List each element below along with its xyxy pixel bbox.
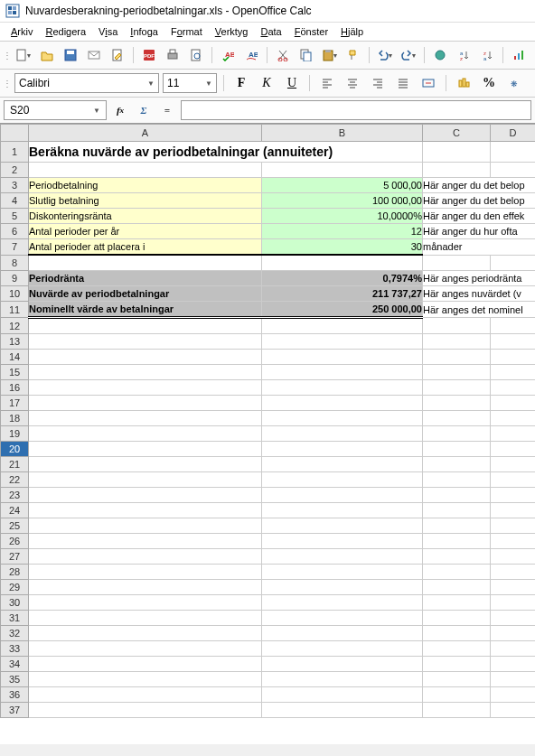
cell[interactable] [491, 472, 536, 488]
underline-button[interactable]: U [281, 72, 303, 94]
cell[interactable] [423, 580, 491, 595]
cell[interactable] [29, 457, 262, 472]
cell[interactable] [262, 657, 423, 672]
cell[interactable] [491, 518, 536, 534]
cell[interactable] [29, 318, 262, 334]
row-head[interactable]: 34 [1, 657, 29, 672]
cell[interactable] [423, 163, 491, 178]
cell[interactable] [262, 687, 423, 703]
autospell-button[interactable]: ABC [240, 44, 262, 66]
cell[interactable] [491, 411, 536, 426]
cell[interactable] [491, 365, 536, 380]
col-head-A[interactable]: A [29, 125, 262, 142]
email-button[interactable] [83, 44, 105, 66]
row-head[interactable]: 32 [1, 626, 29, 641]
row-head[interactable]: 5 [1, 209, 29, 224]
menu-format[interactable]: Format [165, 24, 208, 39]
cell[interactable] [262, 611, 423, 626]
row-head[interactable]: 7 [1, 239, 29, 256]
cell[interactable] [423, 518, 491, 534]
cell[interactable] [29, 472, 262, 488]
cell[interactable] [262, 411, 423, 426]
menu-infoga[interactable]: Infoga [125, 24, 164, 39]
cell[interactable]: Här anges nuvärdet (v [423, 286, 536, 302]
row-head[interactable]: 1 [1, 142, 29, 163]
number-button[interactable]: ❋ [503, 72, 525, 94]
cell[interactable]: 100 000,00 [262, 193, 423, 209]
cell[interactable] [423, 457, 491, 472]
cell[interactable] [491, 657, 536, 672]
cell[interactable] [29, 657, 262, 672]
cell[interactable] [491, 549, 536, 565]
cell[interactable] [262, 365, 423, 380]
cell[interactable] [29, 411, 262, 426]
cell[interactable]: Här anger du hur ofta [423, 224, 536, 239]
function-wizard-button[interactable]: fx [110, 100, 130, 120]
cell[interactable]: Här anger du den effek [423, 209, 536, 224]
row-head[interactable]: 14 [1, 350, 29, 365]
cell[interactable] [29, 611, 262, 626]
cell[interactable] [491, 442, 536, 457]
cell[interactable] [29, 396, 262, 411]
copy-button[interactable] [296, 44, 317, 66]
cell[interactable] [262, 442, 423, 457]
cell[interactable] [29, 380, 262, 396]
row-head[interactable]: 4 [1, 193, 29, 209]
row-head[interactable]: 24 [1, 503, 29, 518]
cell[interactable]: Beräkna nuvärde av periodbetalningar (an… [29, 142, 423, 163]
row-head-selected[interactable]: 20 [1, 442, 29, 457]
cell[interactable] [491, 457, 536, 472]
cell[interactable] [262, 626, 423, 641]
font-name-combo[interactable]: Calibri ▼ [14, 73, 159, 93]
spreadsheet-area[interactable]: A B C D 1 Beräkna nuvärde av periodbetal… [0, 124, 535, 744]
merge-cells-button[interactable] [418, 72, 439, 94]
cell[interactable] [423, 549, 491, 565]
cell[interactable] [29, 703, 262, 718]
cell[interactable] [29, 641, 262, 657]
cell[interactable]: Här anger du det belop [423, 178, 536, 193]
cell[interactable] [29, 442, 262, 457]
cell[interactable] [491, 142, 536, 163]
edit-button[interactable] [107, 44, 128, 66]
row-head[interactable]: 27 [1, 549, 29, 565]
cell[interactable] [29, 672, 262, 687]
cell[interactable]: Periodbetalning [29, 178, 262, 193]
row-head[interactable]: 6 [1, 224, 29, 239]
row-head[interactable]: 36 [1, 687, 29, 703]
menu-verktyg[interactable]: Verktyg [210, 24, 254, 39]
cell[interactable] [262, 641, 423, 657]
row-head[interactable]: 15 [1, 365, 29, 380]
cell[interactable] [29, 163, 262, 178]
cell[interactable]: 10,0000% [262, 209, 423, 224]
cell[interactable] [491, 641, 536, 657]
cell[interactable] [29, 580, 262, 595]
row-head[interactable]: 29 [1, 580, 29, 595]
cell[interactable] [262, 163, 423, 178]
cell[interactable] [491, 580, 536, 595]
cell[interactable]: Diskonteringsränta [29, 209, 262, 224]
row-head[interactable]: 16 [1, 380, 29, 396]
row-head[interactable]: 31 [1, 611, 29, 626]
row-head[interactable]: 35 [1, 672, 29, 687]
format-paint-button[interactable] [343, 44, 364, 66]
align-justify-button[interactable] [392, 72, 414, 94]
cell[interactable]: Antal perioder att placera i [29, 239, 262, 256]
cell[interactable] [29, 488, 262, 503]
cell[interactable] [491, 334, 536, 350]
col-head-B[interactable]: B [262, 125, 423, 142]
row-head[interactable]: 8 [1, 255, 29, 271]
spellcheck-button[interactable]: ABC [217, 44, 239, 66]
row-head[interactable]: 21 [1, 457, 29, 472]
menu-data[interactable]: Data [255, 24, 286, 39]
cell[interactable]: 5 000,00 [262, 178, 423, 193]
cell[interactable] [491, 565, 536, 580]
select-all-corner[interactable] [1, 125, 29, 142]
cell[interactable] [423, 365, 491, 380]
menu-fonster[interactable]: Fönster [289, 24, 333, 39]
cell[interactable] [29, 518, 262, 534]
cell[interactable] [29, 687, 262, 703]
cell[interactable] [262, 534, 423, 549]
font-size-combo[interactable]: 11 ▼ [163, 73, 217, 93]
col-head-D[interactable]: D [491, 125, 536, 142]
cell[interactable]: Nominellt värde av betalningar [29, 302, 262, 318]
